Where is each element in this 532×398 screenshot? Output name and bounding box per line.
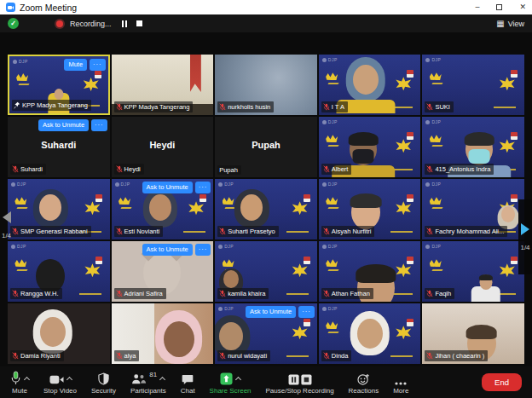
participant-tile[interactable]: DJPFaqih	[422, 241, 524, 302]
stop-recording-button[interactable]	[136, 20, 142, 26]
view-button[interactable]: ▦ View	[496, 20, 524, 28]
participant-name-label: kamila khaira	[217, 288, 269, 299]
view-label: View	[508, 20, 524, 28]
tile-more-button[interactable]: ···	[90, 59, 106, 71]
tile-action-buttons: Mute···	[64, 59, 105, 71]
prev-page-arrow-icon[interactable]	[3, 211, 11, 223]
toolbar-share-screen-button[interactable]: Share Screen	[210, 371, 252, 395]
minimize-button[interactable]: –	[475, 3, 479, 11]
toolbar-icon-row	[98, 371, 109, 385]
zoom-meeting-window: Zoom Meeting – ✕ ✓ Recording... ▦ View D…	[0, 0, 532, 398]
toolbar-chat-button[interactable]: Chat	[181, 371, 195, 395]
chevron-up-icon[interactable]	[159, 376, 165, 382]
participant-tile[interactable]: KPP Madya Tangerang	[112, 55, 214, 115]
toolbar-stop-video-button[interactable]: Stop Video	[43, 371, 77, 395]
participant-name-label: Fachry Mohammad Ali...	[425, 226, 507, 237]
participant-tile[interactable]: SuhardiAsk to Unmute···Suhardi	[8, 117, 110, 177]
close-button[interactable]: ✕	[519, 3, 526, 11]
toolbar-security-button[interactable]: Security	[91, 371, 116, 395]
pinned-icon	[14, 101, 20, 109]
tile-action-buttons: Ask to Unmute···	[142, 182, 211, 193]
participant-tile[interactable]: Jihan ( chaearin )	[422, 303, 524, 364]
participant-name: Dinda	[332, 353, 349, 360]
participant-tile[interactable]: DJPSMP Generasi Rabbani	[8, 179, 110, 239]
participant-tile[interactable]: PupahPupah	[215, 117, 317, 177]
participant-tile[interactable]: Ask to Unmute···Adriani Safira	[112, 241, 214, 302]
participant-name-label: nurul widayati	[217, 350, 270, 361]
participant-tile[interactable]: nurkholis husin	[215, 55, 317, 115]
participant-name-label: Dinda	[321, 350, 352, 361]
participant-tile[interactable]: DJPRangga W.H.	[8, 241, 110, 302]
participant-name: Athan Fathan	[332, 291, 370, 297]
toolbar-icon-row: 81	[131, 371, 165, 385]
participant-name: Jihan ( chaearin )	[435, 353, 484, 360]
participants-count: 81	[149, 371, 157, 378]
toolbar-reactions-button[interactable]: Reactions	[349, 371, 379, 395]
participant-tile[interactable]: DJPAsk to Unmute···Esti Novianti	[112, 179, 214, 239]
decoration-bar	[494, 107, 516, 108]
participant-tile[interactable]: DJPAisyah Nurfitri	[319, 179, 421, 239]
tile-more-button[interactable]: ···	[195, 244, 211, 256]
participant-tile[interactable]: DJP415_Antonius Indra	[422, 117, 524, 177]
participant-tile[interactable]: DJPAlbert	[319, 117, 421, 177]
participant-tile[interactable]: DJPSuharti Prasetyo	[215, 179, 317, 239]
end-meeting-button[interactable]: End	[482, 373, 522, 391]
participant-tile[interactable]: DJPMute···KPP Madya Tangerang	[8, 55, 110, 115]
toolbar-icon-row	[357, 371, 370, 385]
zoom-app-icon	[6, 3, 15, 12]
participant-name-label: Damia Riyanti	[10, 350, 64, 361]
participant-tile[interactable]: Damia Riyanti	[8, 303, 110, 364]
decoration-graphic	[430, 71, 447, 84]
tile-action-buttons: Ask to Unmute···	[246, 306, 315, 318]
muted-mic-icon	[12, 352, 19, 360]
ask-to-unmute-button[interactable]: Ask to Unmute	[246, 306, 296, 318]
participant-name-label: I T A	[321, 101, 348, 112]
participant-tile[interactable]: DJPSUKI	[422, 55, 524, 115]
participant-tile[interactable]: DJPI T A	[319, 55, 421, 115]
toolbar-participants-button[interactable]: 81Participants	[130, 371, 166, 395]
participant-name: SMP Generasi Rabbani	[20, 228, 88, 235]
participant-tile[interactable]: DJPAthan Fathan	[319, 241, 421, 302]
participant-tile[interactable]: DJPkamila khaira	[215, 241, 317, 302]
participant-name: 415_Antonius Indra	[435, 166, 490, 173]
participant-name-label: Suhardi	[10, 164, 46, 175]
participant-tile[interactable]: DJPDinda	[319, 303, 421, 364]
tile-more-button[interactable]: ···	[195, 182, 211, 193]
participant-tile[interactable]: DJPFachry Mohammad Ali...	[422, 179, 524, 239]
chevron-up-icon[interactable]	[24, 376, 30, 382]
tile-more-button[interactable]: ···	[298, 306, 315, 318]
participant-name-label: Suharti Prasetyo	[217, 226, 278, 237]
ask-to-unmute-button[interactable]: Ask to Unmute	[142, 244, 193, 256]
participant-tile[interactable]: alya	[112, 303, 214, 364]
muted-mic-icon	[323, 228, 330, 235]
gallery-prev-nav: 1/4	[0, 211, 13, 239]
maximize-button[interactable]	[496, 4, 502, 10]
ask-to-unmute-button[interactable]: Ask to Unmute	[38, 119, 89, 131]
video-gallery: DJPMute···KPP Madya TangerangKPP Madya T…	[0, 55, 532, 389]
participant-name-label: Heydi	[114, 164, 144, 175]
participant-tile[interactable]: HeydiHeydi	[112, 117, 214, 177]
encryption-shield-icon[interactable]: ✓	[8, 18, 19, 29]
next-page-arrow-icon[interactable]	[521, 223, 529, 235]
participant-name-label: Pupah	[217, 165, 241, 176]
participant-name: alya	[124, 353, 136, 360]
chevron-up-icon[interactable]	[235, 376, 241, 382]
participant-tile[interactable]: DJPAsk to Unmute···nurul widayati	[215, 303, 317, 364]
participant-name: nurul widayati	[228, 353, 267, 360]
toolbar-item-label: More	[393, 387, 408, 395]
participant-name: Adriani Safira	[124, 291, 163, 297]
tile-more-button[interactable]: ···	[91, 119, 107, 131]
toolbar-more-button[interactable]: More	[393, 371, 408, 395]
toolbar-item-label: Pause/Stop Recording	[266, 387, 334, 395]
mute-participant-button[interactable]: Mute	[64, 59, 87, 71]
toolbar-pause-stop-recording-button[interactable]: Pause/Stop Recording	[266, 371, 334, 395]
ask-to-unmute-button[interactable]: Ask to Unmute	[142, 182, 193, 193]
toolbar-mute-button[interactable]: Mute	[10, 371, 29, 395]
participant-name: Aisyah Nurfitri	[332, 228, 372, 235]
chevron-up-icon[interactable]	[66, 376, 72, 382]
chat-icon	[182, 374, 194, 385]
muted-mic-icon	[12, 228, 19, 235]
pause-recording-button[interactable]	[122, 20, 127, 27]
participant-name-label: 415_Antonius Indra	[425, 164, 494, 175]
decoration-mascot	[498, 72, 518, 91]
